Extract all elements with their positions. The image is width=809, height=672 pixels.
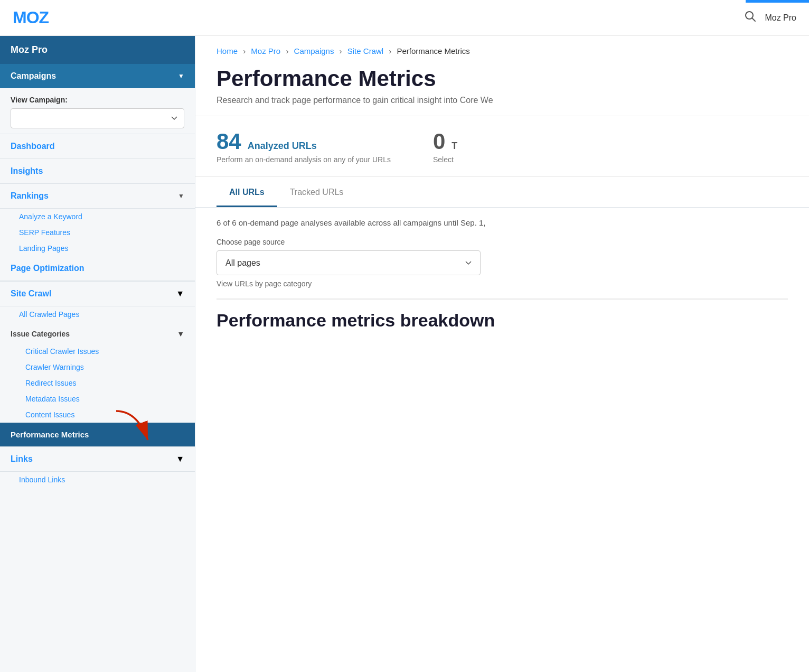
links-sub-items: Inbound Links bbox=[0, 472, 195, 488]
performance-metrics-active-link[interactable]: Performance Metrics bbox=[0, 423, 195, 446]
breadcrumb-moz-pro[interactable]: Moz Pro bbox=[251, 46, 280, 55]
breadcrumb-campaigns[interactable]: Campaigns bbox=[294, 46, 334, 55]
perf-metrics-divider: Performance metrics breakdown bbox=[217, 298, 788, 331]
issue-categories-arrow-icon: ▼ bbox=[177, 330, 184, 338]
site-crawl-sub-items: All Crawled Pages Issue Categories ▼ Cri… bbox=[0, 306, 195, 446]
issue-categories-label: Issue Categories ▼ bbox=[11, 326, 184, 341]
campaigns-arrow-icon: ▼ bbox=[178, 72, 184, 80]
tracked-urls-stat: 0 T Select bbox=[433, 129, 457, 164]
rankings-arrow-icon: ▼ bbox=[178, 192, 184, 200]
sidebar-item-links[interactable]: Links ▼ bbox=[0, 446, 195, 472]
breadcrumb-site-crawl[interactable]: Site Crawl bbox=[347, 46, 383, 55]
sidebar-item-rankings[interactable]: Rankings ▼ bbox=[0, 184, 195, 209]
campaign-select[interactable] bbox=[11, 108, 184, 128]
sidebar-item-dashboard[interactable]: Dashboard bbox=[0, 134, 195, 159]
rankings-sub-items: Analyze a Keyword SERP Features Landing … bbox=[0, 209, 195, 256]
breadcrumb: Home › Moz Pro › Campaigns › Site Crawl … bbox=[195, 36, 809, 61]
stats-bar: 84 Analyzed URLs Perform an on-demand an… bbox=[195, 116, 809, 177]
svg-line-1 bbox=[752, 18, 755, 21]
insights-link[interactable]: Insights bbox=[11, 166, 43, 176]
site-crawl-link[interactable]: Site Crawl bbox=[11, 289, 51, 298]
tracked-urls-label: T bbox=[451, 141, 457, 152]
analyze-keyword-link[interactable]: Analyze a Keyword bbox=[0, 209, 195, 225]
search-icon bbox=[745, 11, 756, 22]
landing-pages-link[interactable]: Landing Pages bbox=[0, 240, 195, 256]
critical-crawler-issues-link[interactable]: Critical Crawler Issues bbox=[0, 343, 195, 359]
breadcrumb-home[interactable]: Home bbox=[217, 46, 238, 55]
site-crawl-arrow-icon: ▼ bbox=[176, 289, 184, 298]
crawler-warnings-link[interactable]: Crawler Warnings bbox=[0, 359, 195, 375]
sidebar-item-insights[interactable]: Insights bbox=[0, 159, 195, 184]
user-label: Moz Pro bbox=[765, 13, 796, 23]
page-source-section: Choose page source All pages Crawled pag… bbox=[217, 238, 788, 288]
perf-metrics-subheading: Performance metrics breakdown bbox=[217, 310, 788, 331]
tracked-urls-desc: Select bbox=[433, 155, 457, 164]
tabs-row: All URLs Tracked URLs bbox=[195, 179, 809, 208]
sidebar-item-site-crawl[interactable]: Site Crawl ▼ bbox=[0, 281, 195, 306]
inbound-links-link[interactable]: Inbound Links bbox=[0, 472, 195, 488]
page-title-section: Performance Metrics Research and track p… bbox=[195, 61, 809, 116]
top-bar: MOZ Moz Pro bbox=[0, 0, 809, 36]
redirect-issues-link[interactable]: Redirect Issues bbox=[0, 375, 195, 391]
breadcrumb-sep-2: › bbox=[286, 46, 288, 55]
main-content: Home › Moz Pro › Campaigns › Site Crawl … bbox=[195, 36, 809, 672]
analyzed-urls-label: Analyzed URLs bbox=[248, 141, 317, 152]
all-crawled-pages-link[interactable]: All Crawled Pages bbox=[0, 306, 195, 322]
tracked-urls-number: 0 bbox=[433, 129, 445, 154]
breadcrumb-sep-3: › bbox=[340, 46, 342, 55]
main-layout: Moz Pro Campaigns ▼ View Campaign: Dashb… bbox=[0, 36, 809, 672]
page-title: Performance Metrics bbox=[217, 66, 788, 91]
serp-features-link[interactable]: SERP Features bbox=[0, 225, 195, 240]
tab-tracked-urls[interactable]: Tracked URLs bbox=[277, 179, 356, 207]
campaigns-menu[interactable]: Campaigns ▼ bbox=[0, 64, 195, 88]
moz-logo: MOZ bbox=[13, 8, 49, 27]
links-link[interactable]: Links bbox=[11, 454, 33, 464]
issue-categories-section: Issue Categories ▼ bbox=[0, 322, 195, 343]
analyzed-urls-desc: Perform an on-demand analysis on any of … bbox=[217, 155, 391, 164]
breadcrumb-sep-1: › bbox=[243, 46, 246, 55]
page-subtitle: Research and track page performance to g… bbox=[217, 96, 788, 105]
metadata-issues-link[interactable]: Metadata Issues bbox=[0, 391, 195, 407]
sidebar-item-page-optimization[interactable]: Page Optimization bbox=[0, 256, 195, 281]
links-arrow-icon: ▼ bbox=[176, 454, 184, 464]
sidebar-header: Moz Pro bbox=[0, 36, 195, 64]
breadcrumb-sep-4: › bbox=[389, 46, 391, 55]
view-urls-label: View URLs by page category bbox=[217, 279, 788, 288]
sidebar: Moz Pro Campaigns ▼ View Campaign: Dashb… bbox=[0, 36, 195, 672]
analyzed-urls-stat: 84 Analyzed URLs Perform an on-demand an… bbox=[217, 129, 391, 164]
top-right-controls: Moz Pro bbox=[745, 11, 796, 25]
dashboard-link[interactable]: Dashboard bbox=[11, 142, 55, 151]
view-campaign-section: View Campaign: bbox=[0, 88, 195, 134]
tab-all-urls[interactable]: All URLs bbox=[217, 179, 277, 207]
analyzed-urls-number: 84 bbox=[217, 129, 241, 154]
top-accent-bar bbox=[746, 0, 809, 3]
page-source-select[interactable]: All pages Crawled pages Tracked pages bbox=[217, 250, 481, 275]
campaigns-label: Campaigns bbox=[11, 71, 56, 81]
content-area: 6 of 6 on-demand page analyses available… bbox=[195, 208, 809, 341]
view-campaign-label: View Campaign: bbox=[11, 96, 184, 104]
page-optimization-link[interactable]: Page Optimization bbox=[11, 264, 84, 273]
breadcrumb-current: Performance Metrics bbox=[397, 46, 469, 55]
page-source-label: Choose page source bbox=[217, 238, 788, 246]
rankings-link[interactable]: Rankings bbox=[11, 191, 49, 201]
availability-note: 6 of 6 on-demand page analyses available… bbox=[217, 218, 788, 227]
content-issues-link[interactable]: Content Issues bbox=[0, 407, 195, 423]
search-button[interactable] bbox=[745, 11, 756, 25]
